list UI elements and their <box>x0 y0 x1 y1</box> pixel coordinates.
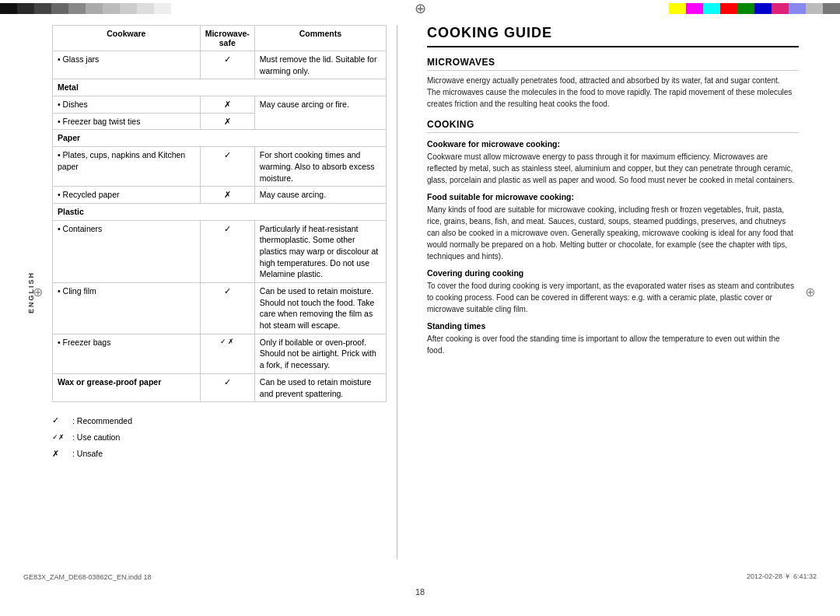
left-crosshair-icon: ⊕ <box>33 285 43 299</box>
col-header-comments: Comments <box>254 26 386 51</box>
legend-recommended-text: : Recommended <box>72 414 132 429</box>
category-label: Metal <box>53 79 387 96</box>
table-row: • Plates, cups, napkins and Kitchen pape… <box>53 147 387 187</box>
legend-caution-symbol: ✓✗ <box>52 431 69 443</box>
swatch-cyan <box>703 3 720 14</box>
right-crosshair-icon: ⊕ <box>805 285 815 299</box>
subsection-cookware-title: Cookware for microwave cooking: <box>427 139 799 149</box>
category-row-paper: Paper <box>53 130 387 147</box>
legend-item-caution: ✓✗ : Use caution <box>52 430 387 445</box>
table-row-wax: Wax or grease-proof paper ✓ Can be used … <box>53 373 387 401</box>
top-crosshair: ⊕ <box>171 0 669 17</box>
swatch-gray3 <box>86 3 103 14</box>
legend-unsafe-text: : Unsafe <box>72 446 103 461</box>
panel-divider <box>397 25 397 559</box>
cookware-name: Wax or grease-proof paper <box>53 373 201 401</box>
category-row-plastic: Plastic <box>53 203 387 220</box>
comment-text: Can be used to retain moisture and preve… <box>254 373 386 401</box>
swatch-silver <box>806 3 823 14</box>
cookware-name: • Glass jars <box>53 51 201 79</box>
left-crosshair-area: ⊕ <box>39 17 48 567</box>
swatch-magenta <box>686 3 703 14</box>
safe-symbol: ✓ <box>200 220 254 282</box>
swatch-gray5 <box>120 3 137 14</box>
safe-symbol: ✗ <box>200 96 254 114</box>
section-microwaves-body: Microwave energy actually penetrates foo… <box>427 75 799 110</box>
cookware-table: Cookware Microwave-safe Comments • Glass… <box>52 25 387 402</box>
cookware-name: • Plates, cups, napkins and Kitchen pape… <box>53 147 201 187</box>
comment-text: May cause arcing. <box>254 187 386 204</box>
left-panel: Cookware Microwave-safe Comments • Glass… <box>48 17 390 567</box>
table-row: • Cling film ✓ Can be used to retain moi… <box>53 283 387 334</box>
safe-symbol: ✗ <box>200 113 254 130</box>
cookware-name: • Cling film <box>53 283 201 334</box>
comment-text: Must remove the lid. Suitable for warmin… <box>254 51 386 79</box>
subsection-cookware-body: Cookware must allow microwave energy to … <box>427 151 799 186</box>
swatch-pink <box>772 3 789 14</box>
subsection-covering-title: Covering during cooking <box>427 268 799 278</box>
right-panel: COOKING GUIDE MICROWAVES Microwave energ… <box>404 17 803 567</box>
safe-symbol: ✓ ✗ <box>200 334 254 373</box>
swatch-violet <box>789 3 806 14</box>
safe-symbol: ✗ <box>200 187 254 204</box>
cookware-name: • Recycled paper <box>53 187 201 204</box>
legend-check-symbol: ✓ <box>52 413 69 429</box>
table-row: • Glass jars ✓ Must remove the lid. Suit… <box>53 51 387 79</box>
swatch-green <box>737 3 754 14</box>
comment-text: May cause arcing or fire. <box>254 96 386 130</box>
swatch-yellow <box>669 3 686 14</box>
col-header-cookware: Cookware <box>53 26 201 51</box>
table-row: • Recycled paper ✗ May cause arcing. <box>53 187 387 204</box>
col-header-safe: Microwave-safe <box>200 26 254 51</box>
legend-section: ✓ : Recommended ✓✗ : Use caution ✗ : Uns… <box>52 413 387 461</box>
swatch-mid <box>823 3 840 14</box>
swatch-blue <box>754 3 772 14</box>
main-content: ENGLISH ⊕ Cookware Microwave-safe Commen… <box>0 17 840 567</box>
page-number: 18 <box>415 587 425 597</box>
swatch-dark2 <box>34 3 51 14</box>
table-row: • Dishes ✗ May cause arcing or fire. <box>53 96 387 114</box>
swatch-gray4 <box>103 3 120 14</box>
comment-text: Can be used to retain moisture. Should n… <box>254 283 386 334</box>
section-cooking-title: COOKING <box>427 119 799 133</box>
page-footer: GE83X_ZAM_DE68-03862C_EN.indd 18 2012-02… <box>0 567 840 586</box>
category-row-metal: Metal <box>53 79 387 96</box>
cookware-name: • Dishes <box>53 96 201 114</box>
swatch-light1 <box>137 3 154 14</box>
comment-text: For short cooking times and warming. Als… <box>254 147 386 187</box>
swatch-light2 <box>154 3 171 14</box>
category-label: Paper <box>53 130 387 147</box>
subsection-food-body: Many kinds of food are suitable for micr… <box>427 204 799 262</box>
safe-symbol: ✓ <box>200 373 254 401</box>
swatch-dark1 <box>17 3 34 14</box>
safe-symbol: ✓ <box>200 51 254 79</box>
subsection-standing-title: Standing times <box>427 321 799 331</box>
top-bar: ⊕ <box>0 0 840 17</box>
swatch-black <box>0 3 17 14</box>
subsection-covering-body: To cover the food during cooking is very… <box>427 280 799 315</box>
legend-item-recommended: ✓ : Recommended <box>52 413 387 429</box>
subsection-food-title: Food suitable for microwave cooking: <box>427 192 799 201</box>
safe-symbol: ✓ <box>200 147 254 187</box>
footer-right: 2012-02-28 ￥ 6:41:32 <box>747 572 817 582</box>
swatch-red <box>720 3 737 14</box>
color-swatches-right <box>669 3 840 14</box>
cookware-name: • Freezer bag twist ties <box>53 113 201 130</box>
comment-text: Particularly if heat-resistant thermopla… <box>254 220 386 282</box>
page-title: COOKING GUIDE <box>427 25 799 47</box>
category-label: Plastic <box>53 203 387 220</box>
table-row: • Containers ✓ Particularly if heat-resi… <box>53 220 387 282</box>
cookware-name: • Containers <box>53 220 201 282</box>
subsection-standing-body: After cooking is over food the standing … <box>427 333 799 356</box>
table-row: • Freezer bags ✓ ✗ Only if boilable or o… <box>53 334 387 373</box>
legend-item-unsafe: ✗ : Unsafe <box>52 446 387 462</box>
legend-caution-text: : Use caution <box>72 430 120 445</box>
color-swatches-left <box>0 3 171 14</box>
footer-left: GE83X_ZAM_DE68-03862C_EN.indd 18 <box>23 573 152 581</box>
section-microwaves-title: MICROWAVES <box>427 57 799 71</box>
legend-x-symbol: ✗ <box>52 446 69 462</box>
right-crosshair-area: ⊕ <box>803 17 817 567</box>
cookware-name: • Freezer bags <box>53 334 201 373</box>
safe-symbol: ✓ <box>200 283 254 334</box>
comment-text: Only if boilable or oven-proof. Should n… <box>254 334 386 373</box>
